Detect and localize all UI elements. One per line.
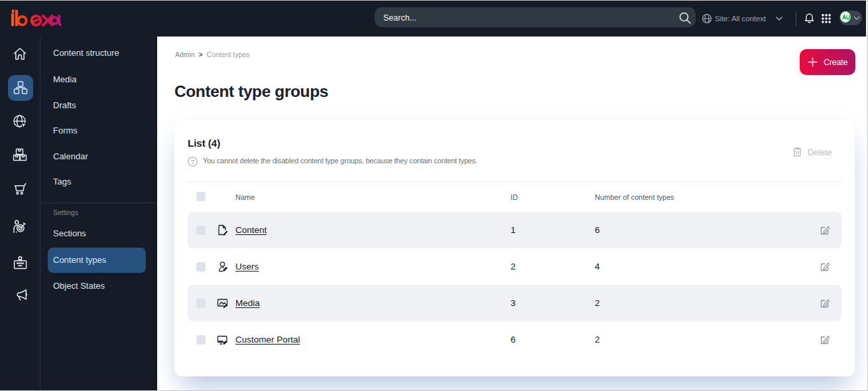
svg-text:?: ? (191, 158, 194, 165)
